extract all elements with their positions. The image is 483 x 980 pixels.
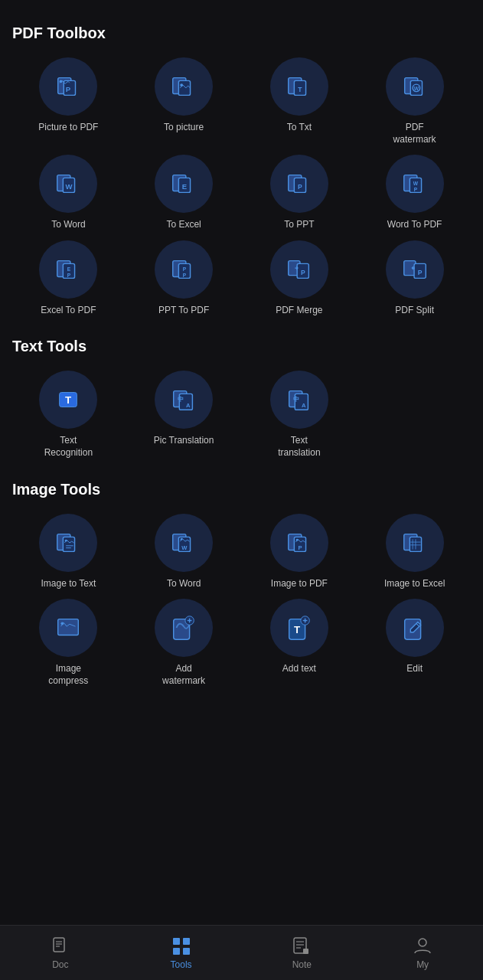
tool-image-compress[interactable]: Image compress <box>12 599 125 687</box>
svg-text:A: A <box>302 402 306 409</box>
icon-circle-pdf-watermark: W <box>386 57 444 116</box>
tool-text-recognition[interactable]: T Text Recognition <box>12 371 125 459</box>
svg-text:W: W <box>66 182 73 191</box>
tool-add-text[interactable]: T Add text <box>243 599 356 687</box>
icon-circle-word-to-pdf: W P <box>386 155 444 213</box>
svg-rect-87 <box>173 938 180 945</box>
label-picture-to-pdf: Picture to PDF <box>38 122 98 134</box>
svg-text:P: P <box>66 85 71 93</box>
label-excel-to-pdf: Excel To PDF <box>41 305 96 317</box>
label-img-to-word: To Word <box>167 578 201 590</box>
icon-circle-image-to-text <box>39 514 97 572</box>
pdf-toolbox-section: PDF Toolbox P Picture to PDF <box>12 24 471 316</box>
svg-text:中: 中 <box>178 396 184 403</box>
note-icon <box>292 936 312 956</box>
svg-text:P: P <box>417 268 422 276</box>
tool-img-to-word[interactable]: W To Word <box>128 514 240 590</box>
label-ppt-to-pdf: PPT To PDF <box>158 305 209 317</box>
tool-to-picture[interactable]: To picture <box>128 57 240 145</box>
icon-circle-image-to-excel <box>386 514 444 572</box>
label-pdf-merge: PDF Merge <box>276 305 322 317</box>
svg-text:E: E <box>182 182 187 191</box>
label-to-excel: To Excel <box>166 219 201 231</box>
tool-image-to-pdf[interactable]: P Image to PDF <box>243 514 356 590</box>
label-edit: Edit <box>406 663 423 675</box>
icon-circle-pdf-split: P <box>386 240 444 299</box>
tool-image-to-text[interactable]: Image to Text <box>12 514 125 590</box>
icon-circle-text-recognition: T <box>39 371 97 429</box>
svg-text:P: P <box>413 187 417 192</box>
nav-my[interactable]: My <box>362 936 483 970</box>
icon-circle-excel-to-pdf: E P <box>39 240 97 299</box>
tool-to-excel[interactable]: E To Excel <box>128 155 240 231</box>
tool-add-watermark[interactable]: Add watermark <box>128 599 240 687</box>
label-pdf-split: PDF Split <box>395 305 434 317</box>
icon-circle-pdf-merge: P <box>270 240 328 299</box>
svg-text:W: W <box>413 86 419 91</box>
icon-circle-add-text: T <box>270 599 328 657</box>
label-pic-translation: Pic Translation <box>154 435 214 447</box>
text-tools-grid: T Text Recognition 中 A Pic Translation <box>12 371 471 459</box>
tool-pdf-split[interactable]: P PDF Split <box>358 240 471 317</box>
svg-point-71 <box>61 622 64 626</box>
image-tools-title: Image Tools <box>12 481 471 498</box>
tool-word-to-pdf[interactable]: W P Word To PDF <box>358 155 471 231</box>
svg-text:P: P <box>298 544 302 550</box>
svg-text:T: T <box>298 86 302 93</box>
pdf-toolbox-title: PDF Toolbox <box>12 24 471 42</box>
tool-picture-to-pdf[interactable]: P Picture to PDF <box>12 57 125 145</box>
svg-rect-89 <box>173 948 180 955</box>
svg-text:P: P <box>67 272 71 277</box>
svg-text:E: E <box>67 266 71 272</box>
tool-image-to-excel[interactable]: Image to Excel <box>358 514 471 590</box>
label-image-to-text: Image to Text <box>41 578 96 590</box>
tool-to-ppt[interactable]: P To PPT <box>243 155 356 231</box>
icon-circle-image-compress <box>39 599 97 657</box>
tool-pic-translation[interactable]: 中 A Pic Translation <box>128 371 240 459</box>
svg-point-53 <box>65 539 67 541</box>
svg-rect-52 <box>64 537 75 551</box>
nav-note[interactable]: Note <box>242 936 363 970</box>
svg-rect-95 <box>303 949 308 954</box>
tool-excel-to-pdf[interactable]: E P Excel To PDF <box>12 240 125 317</box>
text-tools-section: Text Tools T Text Recognition <box>12 338 471 459</box>
icon-circle-img-to-word: W <box>155 514 213 572</box>
icon-circle-picture-to-pdf: P <box>39 57 97 116</box>
svg-rect-70 <box>58 619 79 635</box>
pdf-toolbox-grid: P Picture to PDF To pict <box>12 57 471 316</box>
label-to-picture: To picture <box>164 122 204 134</box>
icon-circle-to-word: W <box>39 155 97 213</box>
tools-icon <box>171 936 191 956</box>
tool-to-txt[interactable]: T To Txt <box>243 57 356 145</box>
tool-to-word[interactable]: W To Word <box>12 155 125 231</box>
nav-tools-label: Tools <box>171 959 192 970</box>
label-text-recognition: Text Recognition <box>38 435 99 459</box>
nav-doc[interactable]: Doc <box>0 936 121 970</box>
nav-my-label: My <box>416 959 429 970</box>
label-image-compress: Image compress <box>38 663 99 687</box>
icon-circle-add-watermark <box>155 599 213 657</box>
svg-text:W: W <box>413 181 418 186</box>
icon-circle-to-txt: T <box>270 57 328 116</box>
icon-circle-edit <box>386 599 444 657</box>
tool-edit[interactable]: Edit <box>358 599 471 687</box>
nav-tools[interactable]: Tools <box>121 936 242 970</box>
label-word-to-pdf: Word To PDF <box>387 219 442 231</box>
svg-point-96 <box>419 939 426 946</box>
doc-icon <box>51 936 70 956</box>
svg-rect-83 <box>54 938 64 952</box>
svg-rect-90 <box>183 948 190 955</box>
tool-pdf-merge[interactable]: P PDF Merge <box>243 240 356 317</box>
svg-point-62 <box>296 538 299 541</box>
icon-circle-to-ppt: P <box>270 155 328 213</box>
bottom-navigation: Doc Tools Note My <box>0 925 483 980</box>
label-add-watermark: Add watermark <box>153 663 214 687</box>
svg-text:A: A <box>186 402 191 409</box>
tool-text-translation[interactable]: 中 A Text translation <box>243 371 356 459</box>
svg-rect-88 <box>183 938 190 945</box>
tool-pdf-watermark[interactable]: W PDF watermark <box>358 57 471 145</box>
image-tools-section: Image Tools Image to Text <box>12 481 471 688</box>
svg-text:P: P <box>183 272 187 277</box>
tool-ppt-to-pdf[interactable]: P P PPT To PDF <box>128 240 240 317</box>
label-pdf-watermark: PDF watermark <box>384 122 445 145</box>
